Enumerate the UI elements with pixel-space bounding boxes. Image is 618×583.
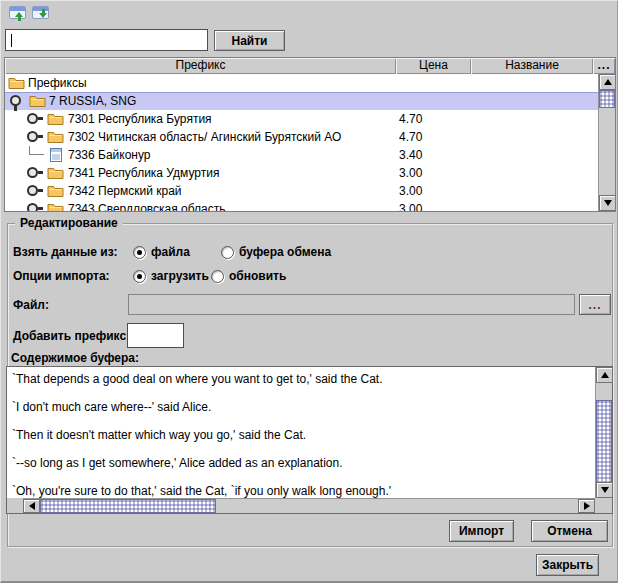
price-cell: 4.70 bbox=[399, 110, 422, 128]
table-row[interactable]: 7343 Свердловская область 3.00 bbox=[5, 200, 598, 212]
table-row[interactable]: 7302 Читинская область/ Агинский Бурятск… bbox=[5, 128, 598, 146]
file-path-input bbox=[128, 294, 575, 315]
price-cell: 3.00 bbox=[399, 164, 422, 182]
prefix-import-dialog: Найти Префикс Цена Название ... Префиксы… bbox=[0, 0, 618, 583]
buffer-contents-label: Содержимое буфера: bbox=[11, 351, 139, 365]
table-header: Префикс Цена Название ... bbox=[5, 58, 615, 74]
arrow-down-icon bbox=[601, 487, 609, 493]
ellipsis-icon: ... bbox=[588, 299, 601, 311]
arrow-left-icon bbox=[29, 502, 35, 510]
radio-from-file-label: файла bbox=[151, 245, 190, 259]
export-to-file-button[interactable] bbox=[31, 5, 51, 22]
folder-icon bbox=[47, 202, 64, 212]
table-row[interactable]: 7336 Байконур 3.40 bbox=[5, 146, 598, 164]
search-input[interactable] bbox=[5, 29, 208, 51]
column-header-price[interactable]: Цена bbox=[396, 58, 471, 74]
tree-node-label: 7342 Пермский край bbox=[68, 182, 182, 200]
tree-collapsed-handle-icon[interactable] bbox=[27, 203, 45, 212]
buffer-vertical-scrollbar[interactable] bbox=[595, 367, 612, 498]
window-arrow-up-icon bbox=[9, 6, 26, 19]
add-prefix-label: Добавить префикс: bbox=[13, 329, 130, 343]
table-row[interactable]: 7341 Республика Удмуртия 3.00 bbox=[5, 164, 598, 182]
browse-button[interactable]: ... bbox=[579, 294, 611, 315]
price-cell: 3.00 bbox=[399, 200, 422, 212]
buffer-horizontal-scrollbar[interactable] bbox=[23, 498, 595, 513]
column-options-button[interactable]: ... bbox=[593, 58, 615, 74]
scroll-up-button[interactable] bbox=[596, 367, 613, 383]
tree-collapsed-handle-icon[interactable] bbox=[27, 131, 45, 145]
radio-update-label: обновить bbox=[229, 269, 286, 283]
arrow-right-icon bbox=[584, 502, 590, 510]
add-prefix-input[interactable] bbox=[127, 323, 184, 348]
scroll-down-button[interactable] bbox=[599, 195, 616, 211]
close-button[interactable]: Закрыть bbox=[536, 554, 599, 576]
cancel-button[interactable]: Отмена bbox=[531, 520, 608, 542]
price-cell: 3.00 bbox=[399, 182, 422, 200]
tree-collapsed-handle-icon[interactable] bbox=[27, 167, 45, 181]
buffer-textarea-pane: `That depends a good deal on where you w… bbox=[6, 366, 613, 514]
tree-node-label: Префиксы bbox=[28, 74, 87, 92]
radio-from-clipboard[interactable] bbox=[221, 246, 234, 259]
arrow-up-icon bbox=[601, 372, 609, 378]
tree-connector-line bbox=[29, 146, 44, 155]
price-cell: 3.40 bbox=[399, 146, 422, 164]
import-options-label: Опции импорта: bbox=[13, 269, 110, 283]
radio-load[interactable] bbox=[133, 270, 146, 283]
table-row-selected[interactable]: 7 RUSSIA, SNG bbox=[5, 92, 598, 110]
import-from-file-button[interactable] bbox=[8, 5, 28, 22]
scrollbar-thumb[interactable] bbox=[599, 90, 615, 108]
radio-update[interactable] bbox=[211, 270, 224, 283]
table-vertical-scrollbar[interactable] bbox=[598, 74, 615, 211]
arrow-down-icon bbox=[604, 200, 612, 206]
radio-load-label: загрузить bbox=[151, 269, 209, 283]
window-arrow-down-icon bbox=[32, 6, 49, 19]
tree-collapsed-handle-icon[interactable] bbox=[27, 185, 45, 199]
scroll-up-button[interactable] bbox=[599, 74, 616, 90]
table-row[interactable]: 7301 Республика Бурятия 4.70 bbox=[5, 110, 598, 128]
scroll-right-button[interactable] bbox=[578, 499, 595, 513]
buffer-textarea[interactable]: `That depends a good deal on where you w… bbox=[7, 367, 595, 498]
tree-expanded-handle-icon[interactable] bbox=[10, 95, 28, 109]
table-row[interactable]: Префиксы bbox=[5, 74, 598, 92]
file-label: Файл: bbox=[13, 298, 49, 312]
prefix-table: Префикс Цена Название ... Префиксы 7 RUS… bbox=[4, 57, 616, 212]
column-header-name[interactable]: Название bbox=[471, 58, 593, 74]
scrollbar-thumb[interactable] bbox=[40, 499, 216, 513]
tree-collapsed-handle-icon[interactable] bbox=[27, 113, 45, 127]
tree-node-label: 7336 Байконур bbox=[68, 146, 151, 164]
data-source-label: Взять данные из: bbox=[13, 245, 118, 259]
table-row[interactable]: 7342 Пермский край 3.00 bbox=[5, 182, 598, 200]
import-button[interactable]: Импорт bbox=[449, 520, 514, 542]
find-button[interactable]: Найти bbox=[214, 30, 285, 51]
groupbox-title: Редактирование bbox=[15, 216, 123, 230]
column-header-prefix[interactable]: Префикс bbox=[5, 58, 396, 74]
tree-node-label: 7 RUSSIA, SNG bbox=[49, 92, 136, 110]
tree-node-label: 7302 Читинская область/ Агинский Бурятск… bbox=[68, 128, 341, 146]
radio-from-file[interactable] bbox=[133, 246, 146, 259]
scroll-down-button[interactable] bbox=[596, 482, 613, 498]
tree-node-label: 7341 Республика Удмуртия bbox=[68, 164, 219, 182]
radio-from-clipboard-label: буфера обмена bbox=[239, 245, 331, 259]
price-cell: 4.70 bbox=[399, 128, 422, 146]
tree-node-label: 7301 Республика Бурятия bbox=[68, 110, 212, 128]
text-caret bbox=[11, 34, 12, 47]
arrow-up-icon bbox=[604, 79, 612, 85]
scroll-left-button[interactable] bbox=[23, 499, 40, 513]
scrollbar-thumb[interactable] bbox=[596, 400, 612, 483]
tree-node-label: 7343 Свердловская область bbox=[68, 200, 226, 212]
